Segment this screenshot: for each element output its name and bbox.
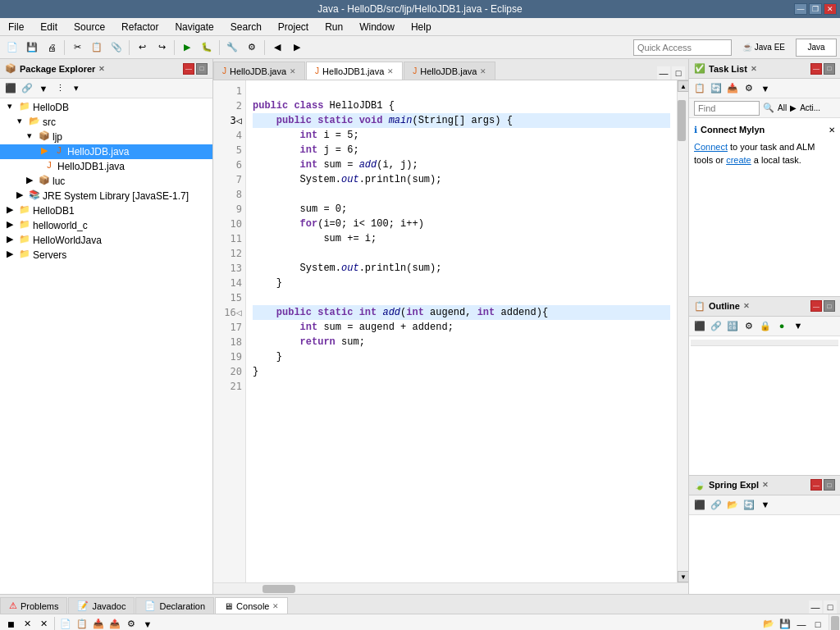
- max-spring-btn[interactable]: □: [824, 479, 835, 491]
- editor-hscrollbar[interactable]: [213, 582, 688, 594]
- tb-btn6[interactable]: 📎: [107, 39, 126, 57]
- spring-tb4[interactable]: 🔄: [742, 497, 756, 512]
- tab-hellojdb1[interactable]: J HelloJDB1.java ✕: [306, 62, 403, 80]
- tb-btn8[interactable]: ↪: [153, 39, 171, 57]
- bottom-min-btn[interactable]: —: [809, 600, 822, 614]
- all-filter[interactable]: All: [778, 103, 787, 112]
- tb-btn4[interactable]: ✂: [68, 39, 86, 57]
- link-editor-btn[interactable]: 🔗: [20, 81, 34, 96]
- menu-navigate[interactable]: Navigate: [170, 20, 218, 34]
- find-input[interactable]: [694, 101, 760, 116]
- tree-item-src[interactable]: ▾ 📂 src: [0, 115, 212, 130]
- editor-scrollbar[interactable]: ▲ ▼: [677, 80, 688, 582]
- collapse-all-btn[interactable]: ⬛: [3, 81, 18, 96]
- spring-tb3[interactable]: 📂: [725, 497, 740, 512]
- task-tb1[interactable]: 📋: [692, 81, 707, 96]
- outline-hscroll[interactable]: [691, 340, 838, 346]
- task-tb3[interactable]: 📥: [725, 81, 740, 96]
- console-tb10[interactable]: 📂: [761, 617, 776, 631]
- tab-hellojdb[interactable]: J HelloJDB.java ✕: [213, 62, 305, 80]
- task-tb5[interactable]: ▼: [758, 81, 773, 96]
- mylyn-close-btn[interactable]: ✕: [829, 126, 835, 135]
- console-tb4[interactable]: 📄: [58, 617, 73, 631]
- max-outline-btn[interactable]: □: [824, 300, 835, 312]
- tab-javadoc[interactable]: 📝 Javadoc: [68, 597, 135, 614]
- tb-btn2[interactable]: 💾: [23, 39, 41, 57]
- tb-btn5[interactable]: 📋: [88, 39, 106, 57]
- menu-run[interactable]: Run: [320, 20, 348, 34]
- connect-link[interactable]: Connect: [694, 142, 728, 152]
- min-tasklist-btn[interactable]: —: [810, 63, 822, 75]
- console-tb-min[interactable]: —: [794, 617, 809, 631]
- tree-item-servers[interactable]: ▶ 📁 Servers: [0, 248, 212, 262]
- perspective-btn-java[interactable]: Java: [796, 39, 837, 57]
- create-link[interactable]: create: [726, 155, 751, 165]
- bottom-max-btn[interactable]: □: [824, 600, 837, 614]
- console-tb9[interactable]: ▼: [140, 617, 155, 631]
- console-tb8[interactable]: ⚙: [124, 617, 139, 631]
- tb-btn7[interactable]: ↩: [133, 39, 151, 57]
- outline-tb4[interactable]: ⚙: [742, 318, 756, 333]
- outline-tb7[interactable]: ▼: [791, 318, 806, 333]
- tree-item-jre[interactable]: ▶ 📚 JRE System Library [JavaSE-1.7]: [0, 189, 212, 203]
- hscroll-thumb[interactable]: [262, 585, 295, 593]
- outline-tb3[interactable]: 🔠: [725, 318, 740, 333]
- menu-window[interactable]: Window: [354, 20, 399, 34]
- menu-file[interactable]: File: [3, 20, 29, 34]
- menu-search[interactable]: Search: [226, 20, 267, 34]
- tree-item-helloworld[interactable]: ▶ 📁 helloworld_c: [0, 218, 212, 233]
- outline-tb1[interactable]: ⬛: [692, 318, 707, 333]
- console-tb3[interactable]: ✕: [36, 617, 51, 631]
- tree-item-luc[interactable]: ▶ 📦 luc: [0, 174, 212, 189]
- outline-tb2[interactable]: 🔗: [709, 318, 724, 333]
- tree-item-hellojdb[interactable]: ▶ J HelloJDB.java: [0, 144, 212, 159]
- tab-declaration[interactable]: 📄 Declaration: [135, 597, 214, 614]
- console-vscroll-thumb[interactable]: [831, 616, 839, 630]
- window-controls[interactable]: — ❐ ✕: [794, 3, 837, 15]
- console-tb-max[interactable]: □: [810, 617, 825, 631]
- max-editor-btn[interactable]: □: [672, 66, 685, 80]
- close-console-btn[interactable]: ✕: [272, 602, 279, 610]
- minimize-panel-btn[interactable]: —: [183, 63, 194, 75]
- console-tb1[interactable]: ⏹: [3, 617, 18, 631]
- close-tab-btn2[interactable]: ✕: [387, 67, 394, 75]
- min-outline-btn[interactable]: —: [810, 300, 822, 312]
- close-tab-btn3[interactable]: ✕: [480, 67, 486, 75]
- menu-refactor[interactable]: Refactor: [116, 20, 163, 34]
- tb-btn12[interactable]: ▶: [288, 39, 306, 57]
- tree-item-helloworldjava[interactable]: ▶ 📁 HelloWorldJava: [0, 233, 212, 248]
- find-icon[interactable]: 🔍: [763, 103, 774, 113]
- tb-btn10[interactable]: ⚙: [243, 39, 261, 57]
- tb-btn9[interactable]: 🔧: [223, 39, 241, 57]
- scroll-up-btn[interactable]: ▲: [678, 80, 688, 92]
- menu-edit[interactable]: Edit: [35, 20, 62, 34]
- tree-more-btn[interactable]: ⋮: [52, 81, 67, 96]
- outline-tb5[interactable]: 🔒: [758, 318, 773, 333]
- console-tb11[interactable]: 💾: [778, 617, 792, 631]
- code-area[interactable]: public class HelloJDB1 { public static v…: [246, 80, 677, 582]
- tree-item-hellodb1[interactable]: ▶ 📁 HelloDB1: [0, 203, 212, 218]
- min-spring-btn[interactable]: —: [810, 479, 822, 491]
- new-btn[interactable]: 📄: [3, 39, 21, 57]
- tree-item-ljp[interactable]: ▾ 📦 ljp: [0, 130, 212, 144]
- outline-tb6[interactable]: ●: [774, 318, 789, 333]
- tree-down-btn[interactable]: ▾: [69, 81, 84, 96]
- min-editor-btn[interactable]: —: [657, 66, 670, 80]
- tb-btn11[interactable]: ◀: [268, 39, 286, 57]
- tree-item-hellojdb1[interactable]: J HelloJDB1.java: [0, 159, 212, 174]
- console-tb5[interactable]: 📋: [75, 617, 89, 631]
- spring-tb1[interactable]: ⬛: [692, 497, 707, 512]
- tree-item-hellodb[interactable]: ▾ 📁 HelloDB: [0, 100, 212, 115]
- tb-btn3[interactable]: 🖨: [43, 39, 61, 57]
- spring-tb5[interactable]: ▼: [758, 497, 773, 512]
- debug-btn[interactable]: 🐛: [198, 39, 216, 57]
- run-btn[interactable]: ▶: [178, 39, 196, 57]
- active-filter[interactable]: Acti...: [800, 103, 820, 112]
- spring-controls[interactable]: — □: [810, 479, 835, 491]
- scroll-thumb[interactable]: [678, 100, 686, 141]
- tree-menu-btn[interactable]: ▼: [36, 81, 51, 96]
- close-tab-btn[interactable]: ✕: [290, 67, 296, 75]
- menu-project[interactable]: Project: [273, 20, 313, 34]
- tab-console[interactable]: 🖥 Console ✕: [215, 597, 288, 614]
- task-tb4[interactable]: ⚙: [742, 81, 756, 96]
